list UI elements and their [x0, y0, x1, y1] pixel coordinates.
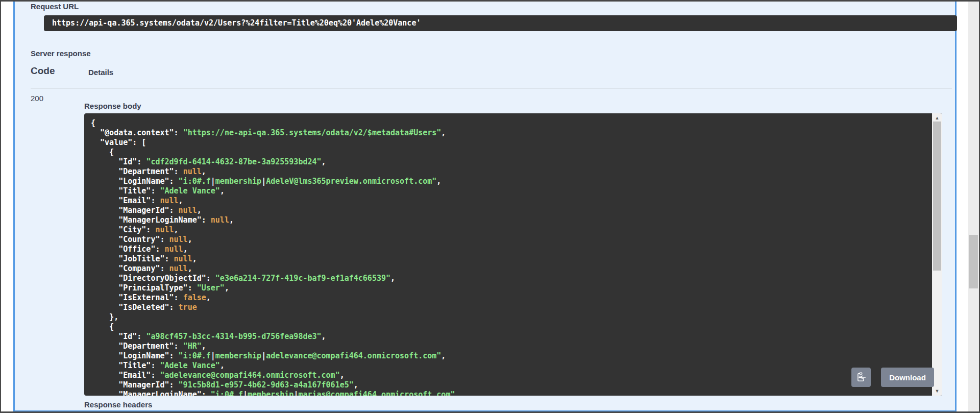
- response-body-line: "Email": "adelevance@compafi464.onmicros…: [91, 371, 932, 380]
- response-body-line: },: [91, 312, 932, 322]
- response-body-line: "Office": null,: [91, 245, 932, 254]
- page-scrollbar-thumb[interactable]: [969, 235, 978, 288]
- response-body-block: { "@odata.context": "https://ne-api-qa.3…: [84, 113, 942, 396]
- response-body-line: {: [91, 118, 932, 128]
- scroll-up-icon[interactable]: ▲: [932, 114, 942, 122]
- response-body-line: "Id": "a98cf457-b3cc-4314-b995-d756fea98…: [91, 332, 932, 342]
- response-body-line: "Company": null,: [91, 264, 932, 274]
- status-code: 200: [31, 94, 43, 103]
- response-body-line: "JobTitle": null,: [91, 254, 932, 264]
- response-body-line: "LoginName": "i:0#.f|membership|AdeleV@l…: [91, 177, 932, 186]
- operation-panel: Request URL https://api-qa.365.systems/o…: [13, 2, 957, 411]
- response-body-line: "ManagerLoginName": "i:0#.f|membership|m…: [91, 390, 932, 396]
- response-body-line: "Department": "HR",: [91, 342, 932, 351]
- code-scrollbar[interactable]: ▲ ▼: [932, 113, 942, 396]
- window-border-left: [0, 0, 1, 413]
- page-scrollbar[interactable]: [968, 2, 979, 411]
- scroll-down-icon[interactable]: ▼: [932, 387, 942, 395]
- response-body-line: "Title": "Adele Vance",: [91, 186, 932, 196]
- response-body-line: "PrincipalType": "User",: [91, 283, 932, 293]
- request-url-value: https://api-qa.365.systems/odata/v2/User…: [44, 15, 957, 31]
- response-body-line: "value": [: [91, 138, 932, 148]
- server-response-label: Server response: [31, 49, 91, 58]
- window-border-top: [0, 0, 980, 2]
- download-button[interactable]: Download: [881, 368, 934, 387]
- copy-to-clipboard-icon: [856, 372, 866, 382]
- request-url-label: Request URL: [31, 2, 79, 11]
- response-body-line: "DirectoryObjectId": "e3e6a214-727f-419c…: [91, 274, 932, 283]
- response-body-line: "ManagerId": "91c5b8d1-e957-4b62-9d63-a4…: [91, 380, 932, 390]
- response-body-line: "@odata.context": "https://ne-api-qa.365…: [91, 128, 932, 138]
- swagger-ui-page: Request URL https://api-qa.365.systems/o…: [0, 0, 980, 413]
- response-body-line: "Country": null,: [91, 235, 932, 245]
- code-scrollbar-thumb[interactable]: [933, 122, 941, 271]
- response-body-line: {: [91, 148, 932, 157]
- response-body-line: "Email": null,: [91, 196, 932, 206]
- table-header-divider: [31, 88, 952, 88]
- response-body-line: "Id": "cdf2d9fd-6414-4632-87be-3a925593b…: [91, 157, 932, 167]
- code-column-header: Code: [31, 65, 55, 77]
- response-body-line: "IsExternal": false,: [91, 293, 932, 303]
- response-headers-label: Response headers: [84, 400, 152, 409]
- response-body-line: "ManagerLoginName": null,: [91, 215, 932, 225]
- response-body-line: "LoginName": "i:0#.f|membership|adelevan…: [91, 351, 932, 361]
- response-body-line: "Title": "Adele Vance",: [91, 361, 932, 371]
- response-body-label: Response body: [84, 102, 141, 110]
- details-column-header: Details: [88, 68, 113, 77]
- response-body-line: "City": null,: [91, 225, 932, 235]
- copy-to-clipboard-button[interactable]: [851, 368, 871, 387]
- response-body-line: {: [91, 322, 932, 332]
- response-body-line: "Department": null,: [91, 167, 932, 177]
- response-body-line: "IsDeleted": true: [91, 303, 932, 312]
- response-body-line: "ManagerId": null,: [91, 206, 932, 215]
- response-body-code[interactable]: { "@odata.context": "https://ne-api-qa.3…: [84, 113, 932, 396]
